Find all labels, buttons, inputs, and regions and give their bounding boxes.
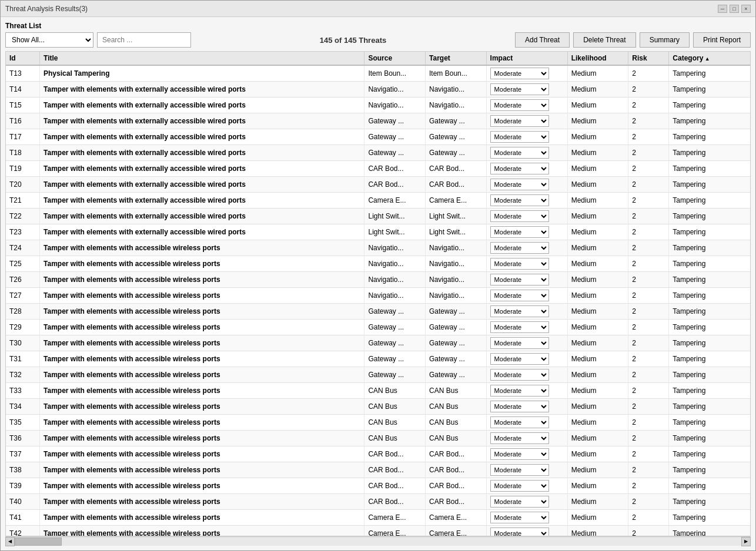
table-row[interactable]: T37Tamper with elements with accessible …	[6, 446, 750, 462]
impact-dropdown[interactable]: Very LowLowModerateHighVery High	[490, 528, 549, 536]
col-header-category[interactable]: Category	[669, 52, 750, 65]
add-threat-button[interactable]: Add Threat	[515, 32, 570, 48]
impact-dropdown[interactable]: Very LowLowModerateHighVery High	[490, 258, 549, 270]
table-row[interactable]: T20Tamper with elements with externally …	[6, 177, 750, 193]
col-header-impact[interactable]: Impact	[486, 52, 567, 65]
cell-impact[interactable]: Very LowLowModerateHighVery High	[486, 272, 567, 288]
cell-impact[interactable]: Very LowLowModerateHighVery High	[486, 224, 567, 240]
impact-dropdown[interactable]: Very LowLowModerateHighVery High	[490, 68, 549, 79]
col-header-target[interactable]: Target	[426, 52, 487, 65]
cell-impact[interactable]: Very LowLowModerateHighVery High	[486, 288, 567, 304]
delete-threat-button[interactable]: Delete Threat	[573, 32, 636, 48]
impact-dropdown[interactable]: Very LowLowModerateHighVery High	[490, 194, 549, 206]
table-row[interactable]: T29Tamper with elements with accessible …	[6, 320, 750, 335]
impact-dropdown[interactable]: Very LowLowModerateHighVery High	[490, 385, 549, 397]
impact-dropdown[interactable]: Very LowLowModerateHighVery High	[490, 496, 549, 508]
cell-impact[interactable]: Very LowLowModerateHighVery High	[486, 478, 567, 494]
impact-dropdown[interactable]: Very LowLowModerateHighVery High	[490, 305, 549, 317]
maximize-button[interactable]: □	[730, 5, 739, 13]
col-header-title[interactable]: Title	[40, 52, 364, 65]
impact-dropdown[interactable]: Very LowLowModerateHighVery High	[490, 83, 549, 95]
show-all-dropdown[interactable]: Show All...	[5, 32, 93, 48]
impact-dropdown[interactable]: Very LowLowModerateHighVery High	[490, 337, 549, 349]
impact-dropdown[interactable]: Very LowLowModerateHighVery High	[490, 274, 549, 285]
impact-dropdown[interactable]: Very LowLowModerateHighVery High	[490, 480, 549, 492]
table-row[interactable]: T18Tamper with elements with externally …	[6, 145, 750, 161]
cell-impact[interactable]: Very LowLowModerateHighVery High	[486, 462, 567, 478]
cell-impact[interactable]: Very LowLowModerateHighVery High	[486, 209, 567, 224]
cell-impact[interactable]: Very LowLowModerateHighVery High	[486, 65, 567, 82]
col-header-id[interactable]: Id	[6, 52, 40, 65]
cell-impact[interactable]: Very LowLowModerateHighVery High	[486, 113, 567, 129]
cell-impact[interactable]: Very LowLowModerateHighVery High	[486, 320, 567, 335]
impact-dropdown[interactable]: Very LowLowModerateHighVery High	[490, 99, 549, 111]
table-row[interactable]: T19Tamper with elements with externally …	[6, 161, 750, 177]
table-row[interactable]: T34Tamper with elements with accessible …	[6, 399, 750, 415]
cell-impact[interactable]: Very LowLowModerateHighVery High	[486, 304, 567, 320]
table-row[interactable]: T13Physical TamperingItem Boun...Item Bo…	[6, 65, 750, 82]
cell-impact[interactable]: Very LowLowModerateHighVery High	[486, 161, 567, 177]
scroll-left-button[interactable]: ◀	[5, 537, 15, 546]
table-row[interactable]: T38Tamper with elements with accessible …	[6, 462, 750, 478]
table-row[interactable]: T42Tamper with elements with accessible …	[6, 526, 750, 537]
cell-impact[interactable]: Very LowLowModerateHighVery High	[486, 526, 567, 537]
cell-impact[interactable]: Very LowLowModerateHighVery High	[486, 193, 567, 209]
cell-impact[interactable]: Very LowLowModerateHighVery High	[486, 82, 567, 98]
table-row[interactable]: T24Tamper with elements with accessible …	[6, 240, 750, 256]
table-row[interactable]: T41Tamper with elements with accessible …	[6, 510, 750, 526]
cell-impact[interactable]: Very LowLowModerateHighVery High	[486, 446, 567, 462]
cell-impact[interactable]: Very LowLowModerateHighVery High	[486, 98, 567, 113]
impact-dropdown[interactable]: Very LowLowModerateHighVery High	[490, 226, 549, 238]
table-row[interactable]: T17Tamper with elements with externally …	[6, 129, 750, 145]
cell-impact[interactable]: Very LowLowModerateHighVery High	[486, 415, 567, 431]
impact-dropdown[interactable]: Very LowLowModerateHighVery High	[490, 131, 549, 143]
scroll-right-button[interactable]: ▶	[741, 537, 751, 546]
table-row[interactable]: T14Tamper with elements with externally …	[6, 82, 750, 98]
impact-dropdown[interactable]: Very LowLowModerateHighVery High	[490, 179, 549, 190]
table-row[interactable]: T22Tamper with elements with externally …	[6, 209, 750, 224]
impact-dropdown[interactable]: Very LowLowModerateHighVery High	[490, 290, 549, 301]
impact-dropdown[interactable]: Very LowLowModerateHighVery High	[490, 464, 549, 476]
minimize-button[interactable]: ─	[718, 5, 727, 13]
table-row[interactable]: T15Tamper with elements with externally …	[6, 98, 750, 113]
impact-dropdown[interactable]: Very LowLowModerateHighVery High	[490, 416, 549, 428]
table-row[interactable]: T26Tamper with elements with accessible …	[6, 272, 750, 288]
threat-table-container[interactable]: Id Title Source Target Impact Likelihood…	[5, 51, 751, 536]
table-row[interactable]: T21Tamper with elements with externally …	[6, 193, 750, 209]
table-row[interactable]: T27Tamper with elements with accessible …	[6, 288, 750, 304]
scrollbar-thumb[interactable]	[15, 537, 62, 546]
impact-dropdown[interactable]: Very LowLowModerateHighVery High	[490, 242, 549, 254]
impact-dropdown[interactable]: Very LowLowModerateHighVery High	[490, 210, 549, 222]
table-row[interactable]: T39Tamper with elements with accessible …	[6, 478, 750, 494]
horizontal-scrollbar[interactable]: ◀ ▶	[5, 536, 751, 546]
table-row[interactable]: T36Tamper with elements with accessible …	[6, 431, 750, 446]
cell-impact[interactable]: Very LowLowModerateHighVery High	[486, 129, 567, 145]
impact-dropdown[interactable]: Very LowLowModerateHighVery High	[490, 369, 549, 381]
cell-impact[interactable]: Very LowLowModerateHighVery High	[486, 335, 567, 351]
impact-dropdown[interactable]: Very LowLowModerateHighVery High	[490, 163, 549, 174]
cell-impact[interactable]: Very LowLowModerateHighVery High	[486, 399, 567, 415]
summary-button[interactable]: Summary	[640, 32, 690, 48]
impact-dropdown[interactable]: Very LowLowModerateHighVery High	[490, 432, 549, 444]
cell-impact[interactable]: Very LowLowModerateHighVery High	[486, 240, 567, 256]
cell-impact[interactable]: Very LowLowModerateHighVery High	[486, 177, 567, 193]
cell-impact[interactable]: Very LowLowModerateHighVery High	[486, 431, 567, 446]
table-row[interactable]: T32Tamper with elements with accessible …	[6, 367, 750, 383]
impact-dropdown[interactable]: Very LowLowModerateHighVery High	[490, 147, 549, 159]
table-row[interactable]: T31Tamper with elements with accessible …	[6, 351, 750, 367]
impact-dropdown[interactable]: Very LowLowModerateHighVery High	[490, 353, 549, 365]
impact-dropdown[interactable]: Very LowLowModerateHighVery High	[490, 448, 549, 460]
cell-impact[interactable]: Very LowLowModerateHighVery High	[486, 351, 567, 367]
impact-dropdown[interactable]: Very LowLowModerateHighVery High	[490, 401, 549, 412]
table-row[interactable]: T33Tamper with elements with accessible …	[6, 383, 750, 399]
scrollbar-track[interactable]	[15, 537, 741, 546]
cell-impact[interactable]: Very LowLowModerateHighVery High	[486, 383, 567, 399]
cell-impact[interactable]: Very LowLowModerateHighVery High	[486, 510, 567, 526]
print-report-button[interactable]: Print Report	[693, 32, 751, 48]
impact-dropdown[interactable]: Very LowLowModerateHighVery High	[490, 115, 549, 127]
table-row[interactable]: T25Tamper with elements with accessible …	[6, 256, 750, 272]
col-header-risk[interactable]: Risk	[628, 52, 669, 65]
cell-impact[interactable]: Very LowLowModerateHighVery High	[486, 494, 567, 510]
table-row[interactable]: T35Tamper with elements with accessible …	[6, 415, 750, 431]
cell-impact[interactable]: Very LowLowModerateHighVery High	[486, 367, 567, 383]
